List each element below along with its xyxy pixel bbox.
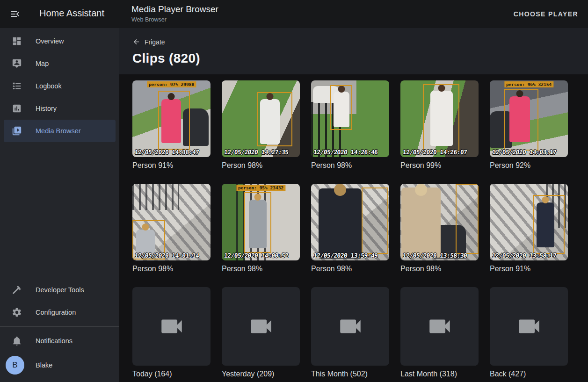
media-browser-content: Frigate Clips (820) person: 97% 29988 12… [119, 28, 588, 382]
video-camera-icon [515, 313, 543, 340]
clip-card[interactable]: 12/05/2020 13:58:30 Person 98% [400, 184, 479, 274]
menu-open-icon [9, 8, 21, 20]
video-camera-icon [337, 313, 364, 340]
clip-label: Person 91% [490, 264, 568, 274]
clip-card[interactable]: 12/05/2020 13:58:17 Person 91% [490, 184, 568, 274]
bell-icon [11, 335, 22, 346]
clip-label: Person 91% [132, 161, 211, 170]
tooltip-account-icon [11, 58, 22, 69]
sidebar-user-profile[interactable]: B Blake [4, 352, 116, 378]
folder-label: Back (427) [490, 369, 568, 379]
clip-label: Person 98% [311, 264, 389, 274]
sidebar-toggle-button[interactable] [4, 3, 26, 25]
sidebar-spacer [0, 142, 119, 279]
clip-card[interactable]: 12/05/2020 14:26:46 Person 98% [311, 80, 389, 170]
clip-thumbnail: 12/05/2020 13:59:49 [311, 184, 389, 260]
sidebar: Overview Map Logbook History Media Brows… [0, 28, 119, 382]
sidebar-item-label: Developer Tools [36, 286, 84, 294]
arrow-left-icon [132, 38, 140, 46]
sidebar-item-label: History [36, 105, 57, 112]
media-grid: person: 97% 29988 12/05/2020 14:38:47 Pe… [119, 74, 588, 382]
clip-label: Person 98% [311, 161, 389, 170]
clip-thumbnail: person: 95% 23432 12/05/2020 14:00:52 [222, 184, 300, 260]
choose-player-button[interactable]: CHOOSE PLAYER [514, 0, 578, 28]
clip-label: Person 98% [222, 161, 300, 170]
folder-card-today[interactable]: Today (164) [132, 287, 211, 379]
detection-bounding-box [456, 184, 479, 254]
detection-bounding-box [362, 187, 388, 254]
dialog-title: Media Player Browser [131, 4, 218, 14]
folder-card-last-month[interactable]: Last Month (318) [400, 287, 479, 379]
folder-label: This Month (502) [311, 369, 389, 379]
clip-timestamp: 12/05/2020 13:58:30 [402, 252, 467, 259]
video-camera-icon [426, 313, 453, 340]
video-camera-icon [158, 313, 185, 340]
app-title: Home Assistant [39, 8, 104, 19]
detection-tag: person: 97% 29988 [147, 81, 196, 87]
sidebar-item-map[interactable]: Map [4, 52, 116, 75]
folder-card-back[interactable]: Back (427) [490, 287, 568, 379]
clip-card[interactable]: person: 97% 29988 12/05/2020 14:38:47 Pe… [132, 80, 211, 170]
format-list-bulleted-icon [11, 80, 22, 92]
video-camera-icon [247, 313, 275, 340]
clip-timestamp: 12/05/2020 13:59:49 [313, 252, 378, 259]
view-dashboard-icon [11, 36, 22, 47]
clip-thumbnail: 12/05/2020 14:26:07 [400, 80, 479, 157]
clip-timestamp: 12/05/2020 14:26:07 [402, 149, 467, 156]
clip-card[interactable]: 12/05/2020 14:27:35 Person 98% [222, 80, 300, 170]
avatar: B [6, 356, 24, 375]
detection-bounding-box [257, 92, 292, 146]
sidebar-item-media-browser[interactable]: Media Browser [4, 120, 116, 142]
sidebar-item-logbook[interactable]: Logbook [4, 75, 116, 97]
clip-timestamp: 12/05/2020 14:01:14 [134, 252, 199, 259]
sidebar-item-label: Overview [36, 37, 64, 45]
sidebar-divider [0, 326, 119, 327]
clip-timestamp: 12/05/2020 14:03:17 [492, 149, 557, 156]
hammer-icon [11, 284, 22, 296]
breadcrumb-label: Frigate [145, 38, 165, 46]
clip-card[interactable]: person: 96% 32154 12/05/2020 14:03:17 Pe… [490, 80, 568, 170]
clip-label: Person 98% [132, 264, 211, 274]
folder-label: Today (164) [132, 369, 211, 379]
page-header: Frigate Clips (820) [119, 28, 588, 74]
sidebar-item-developer-tools[interactable]: Developer Tools [4, 279, 116, 301]
detection-tag: person: 96% 32154 [504, 81, 553, 87]
clip-thumbnail: 12/05/2020 13:58:30 [400, 184, 479, 260]
detection-bounding-box [504, 89, 538, 151]
dialog-header: Media Player Browser Web Browser [131, 4, 218, 23]
breadcrumb-back-frigate[interactable]: Frigate [132, 38, 165, 46]
sidebar-item-notifications[interactable]: Notifications [4, 330, 116, 352]
folder-card-yesterday[interactable]: Yesterday (209) [222, 287, 300, 379]
clip-card[interactable]: 12/05/2020 13:59:49 Person 98% [311, 184, 389, 274]
sidebar-item-history[interactable]: History [4, 97, 116, 120]
gear-icon [11, 307, 22, 318]
clip-card[interactable]: 12/05/2020 14:01:14 Person 98% [132, 184, 211, 274]
folder-label: Last Month (318) [400, 369, 479, 379]
sidebar-item-label: Configuration [36, 309, 76, 316]
clip-thumbnail: 12/05/2020 13:58:17 [490, 184, 568, 260]
folder-card-this-month[interactable]: This Month (502) [311, 287, 389, 379]
folder-thumbnail [490, 287, 568, 366]
clip-thumbnail: 12/05/2020 14:01:14 [132, 184, 211, 260]
page-title: Clips (820) [132, 51, 577, 66]
clip-timestamp: 12/05/2020 14:00:52 [224, 252, 289, 259]
clip-timestamp: 12/05/2020 14:27:35 [224, 149, 289, 156]
detection-tag: person: 95% 23432 [236, 185, 285, 191]
sidebar-item-configuration[interactable]: Configuration [4, 301, 116, 324]
detection-bounding-box [244, 192, 271, 253]
clip-label: Person 92% [490, 161, 568, 170]
chart-box-icon [11, 103, 22, 114]
clip-card[interactable]: 12/05/2020 14:26:07 Person 99% [400, 80, 479, 170]
clip-card[interactable]: person: 95% 23432 12/05/2020 14:00:52 Pe… [222, 184, 300, 274]
folder-thumbnail [132, 287, 211, 366]
detection-bounding-box [330, 85, 352, 130]
detection-bounding-box [423, 84, 459, 151]
clip-label: Person 98% [222, 264, 300, 274]
detection-bounding-box [533, 195, 565, 254]
clip-timestamp: 12/05/2020 14:26:46 [313, 149, 378, 156]
user-name: Blake [36, 361, 52, 369]
clip-thumbnail: person: 97% 29988 12/05/2020 14:38:47 [132, 80, 211, 157]
sidebar-item-overview[interactable]: Overview [4, 30, 116, 52]
top-app-bar: Home Assistant Media Player Browser Web … [0, 0, 588, 28]
folder-label: Yesterday (209) [222, 369, 300, 379]
